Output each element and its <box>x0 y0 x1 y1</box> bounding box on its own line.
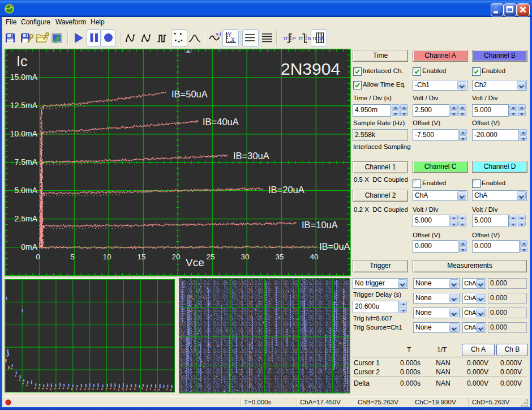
svg-text:0mA: 0mA <box>21 242 37 251</box>
svg-text:25: 25 <box>206 253 214 261</box>
svg-text:5: 5 <box>70 253 75 261</box>
svg-text:2N3904: 2N3904 <box>281 59 340 78</box>
svg-text:2.5mA: 2.5mA <box>15 214 38 223</box>
svg-text:Vce: Vce <box>186 257 204 268</box>
svg-text:IB=0uA: IB=0uA <box>319 241 350 251</box>
svg-text:10.0mA: 10.0mA <box>10 129 38 138</box>
svg-text:7.5mA: 7.5mA <box>15 157 38 166</box>
svg-text:X: X <box>231 37 235 43</box>
svg-text:IB=10uA: IB=10uA <box>302 220 338 230</box>
svg-text:IB=40uA: IB=40uA <box>203 117 239 127</box>
svg-text:20: 20 <box>171 253 180 261</box>
svg-text:5.0mA: 5.0mA <box>15 186 38 195</box>
svg-text:IB=50uA: IB=50uA <box>171 89 208 99</box>
svg-text:v-t: v-t <box>216 31 222 37</box>
svg-text:40: 40 <box>310 253 318 261</box>
svg-text:0: 0 <box>36 253 40 261</box>
svg-text:12.5mA: 12.5mA <box>10 101 38 110</box>
svg-text:35: 35 <box>275 253 284 261</box>
svg-text:10: 10 <box>102 253 111 261</box>
svg-text:15.0mA: 15.0mA <box>10 72 38 82</box>
svg-text:Tr: Tr <box>283 36 288 41</box>
svg-text:off: off <box>318 36 324 41</box>
svg-text:Ic: Ic <box>16 53 27 69</box>
svg-text:IB=30uA: IB=30uA <box>233 151 269 161</box>
svg-text:15: 15 <box>137 253 145 261</box>
svg-text:30: 30 <box>241 253 249 261</box>
svg-text:IB=20uA: IB=20uA <box>268 185 304 195</box>
svg-text:P: P <box>293 36 296 41</box>
svg-text:Tr: Tr <box>312 36 316 41</box>
svg-text:Tr: Tr <box>298 36 303 41</box>
